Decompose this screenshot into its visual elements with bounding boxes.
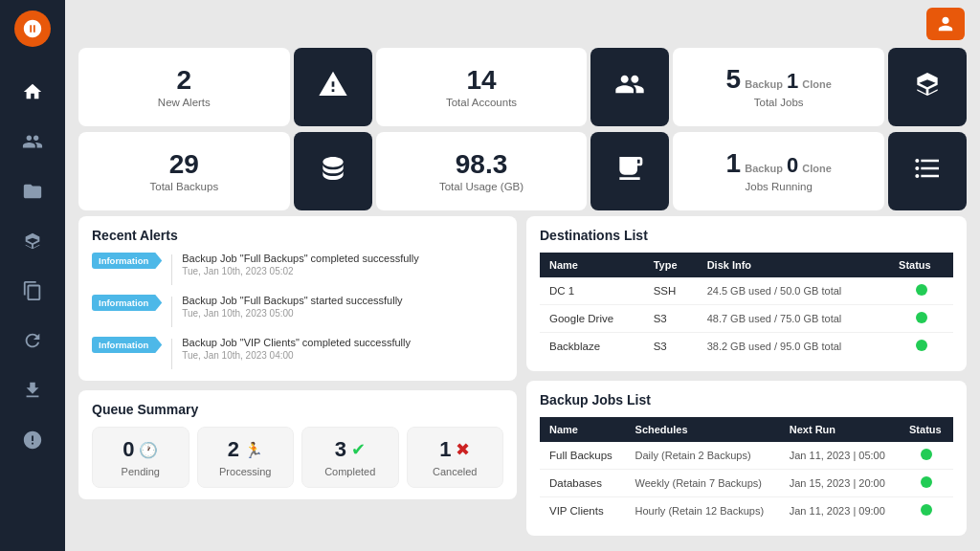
database-icon xyxy=(318,153,348,190)
user-button[interactable] xyxy=(926,8,965,40)
recent-alerts-title: Recent Alerts xyxy=(92,228,503,243)
dest-row-0: DC 1 SSH 24.5 GB used / 50.0 GB total xyxy=(540,277,953,305)
sidebar-logo[interactable] xyxy=(0,0,65,57)
recent-alerts-card: Recent Alerts Information Backup Job "Fu… xyxy=(78,216,517,381)
alert-message-1: Backup Job "Full Backups" started succes… xyxy=(182,295,402,306)
job-cell-status-1 xyxy=(900,470,953,497)
cancel-icon: ✖ xyxy=(456,439,470,460)
dest-cell-name-2: Backblaze xyxy=(540,333,644,361)
alert-item-1: Information Backup Job "Full Backups" st… xyxy=(92,295,503,327)
main-content: 2 New Alerts 14 Total Accounts 5 Backup … xyxy=(65,0,980,551)
stat-total-accounts: 14 Total Accounts xyxy=(376,48,588,126)
job-cell-name-1: Databases xyxy=(540,470,626,497)
dest-cell-status-2 xyxy=(889,333,953,361)
queue-canceled-top: 1 ✖ xyxy=(439,437,470,462)
sidebar-item-refresh[interactable] xyxy=(0,316,65,365)
stat-total-accounts-icon xyxy=(590,48,669,126)
jobs-running-backup-value: 1 xyxy=(726,150,742,177)
dest-cell-type-2: S3 xyxy=(644,333,698,361)
content-area: Recent Alerts Information Backup Job "Fu… xyxy=(65,216,980,551)
total-accounts-label: Total Accounts xyxy=(446,97,517,108)
dest-col-status: Status xyxy=(889,253,953,277)
alert-time-0: Tue, Jan 10th, 2023 05:02 xyxy=(182,266,418,276)
sidebar-item-alert[interactable] xyxy=(0,415,65,465)
accounts-icon xyxy=(614,69,645,106)
alert-content-1: Backup Job "Full Backups" started succes… xyxy=(182,295,402,319)
destinations-table: Name Type Disk Info Status DC 1 SSH 24.5… xyxy=(540,253,953,360)
new-alerts-label: New Alerts xyxy=(158,97,211,108)
sidebar xyxy=(0,0,65,551)
job-cell-nextrun-0: Jan 11, 2023 | 05:00 xyxy=(780,442,900,470)
checklist-icon xyxy=(912,153,943,190)
backup-jobs-table-wrap: Name Schedules Next Run Status Full Back… xyxy=(540,417,953,524)
sidebar-item-folder[interactable] xyxy=(0,166,65,216)
dest-col-name: Name xyxy=(540,253,644,277)
alert-divider-0 xyxy=(171,254,172,285)
sidebar-item-copy[interactable] xyxy=(0,266,65,316)
sidebar-item-download[interactable] xyxy=(0,365,65,415)
right-panel: Destinations List Name Type Disk Info St… xyxy=(526,216,967,541)
job-cell-schedule-0: Daily (Retain 2 Backups) xyxy=(626,442,780,470)
queue-summary-card: Queue Summary 0 🕐 Pending 2 🏃 xyxy=(78,390,517,499)
stat-total-backups: 29 Total Backups xyxy=(78,132,290,210)
stat-total-usage-icon xyxy=(590,132,669,210)
total-usage-label: Total Usage (GB) xyxy=(439,181,523,192)
left-panel: Recent Alerts Information Backup Job "Fu… xyxy=(78,216,517,541)
stat-total-jobs-icon xyxy=(888,48,967,126)
queue-grid: 0 🕐 Pending 2 🏃 Processing xyxy=(92,427,503,488)
alert-divider-1 xyxy=(171,297,172,327)
dest-cell-status-0 xyxy=(889,277,953,305)
total-jobs-backup-value: 5 xyxy=(726,66,742,93)
total-jobs-clone-value: 1 xyxy=(787,69,798,94)
destinations-header-row: Name Type Disk Info Status xyxy=(540,253,953,277)
stat-total-jobs: 5 Backup 1 Clone Total Jobs xyxy=(673,48,884,126)
queue-processing-label: Processing xyxy=(219,466,271,477)
jobs-running-backup-label: Backup xyxy=(745,163,783,174)
alert-time-1: Tue, Jan 10th, 2023 05:00 xyxy=(182,308,402,319)
sidebar-item-home[interactable] xyxy=(0,67,65,117)
total-jobs-clone-label: Clone xyxy=(802,78,832,90)
sidebar-nav xyxy=(0,57,65,551)
queue-summary-title: Queue Summary xyxy=(92,402,503,417)
dest-cell-disk-2: 38.2 GB used / 95.0 GB total xyxy=(698,333,889,361)
stat-new-alerts-icon xyxy=(294,48,372,126)
queue-processing: 2 🏃 Processing xyxy=(197,427,295,488)
total-accounts-value: 14 xyxy=(466,67,496,94)
status-dot-1 xyxy=(916,312,927,323)
jobs-col-status: Status xyxy=(900,417,953,442)
dest-row-1: Google Drive S3 48.7 GB used / 75.0 GB t… xyxy=(540,305,953,333)
job-cell-nextrun-2: Jan 11, 2023 | 09:00 xyxy=(780,497,900,525)
warning-icon xyxy=(318,69,348,106)
check-icon: ✔ xyxy=(351,439,366,460)
queue-pending-value: 0 xyxy=(122,437,134,462)
job-status-dot-1 xyxy=(921,476,932,488)
jobs-col-schedules: Schedules xyxy=(626,417,780,442)
destinations-table-wrap: Name Type Disk Info Status DC 1 SSH 24.5… xyxy=(540,253,953,360)
jobs-col-nextrun: Next Run xyxy=(780,417,900,442)
backup-jobs-title: Backup Jobs List xyxy=(540,392,953,408)
new-alerts-value: 2 xyxy=(177,67,192,94)
backup-jobs-table: Name Schedules Next Run Status Full Back… xyxy=(540,417,953,524)
stat-new-alerts: 2 New Alerts xyxy=(78,48,290,126)
dest-cell-type-0: SSH xyxy=(644,277,698,305)
jobs-running-label: Jobs Running xyxy=(746,181,813,192)
stats-row-1: 2 New Alerts 14 Total Accounts 5 Backup … xyxy=(65,48,980,132)
total-jobs-values: 5 Backup 1 Clone xyxy=(726,66,832,94)
logo-icon xyxy=(14,11,51,47)
queue-pending: 0 🕐 Pending xyxy=(92,427,189,488)
alert-content-2: Backup Job "VIP Clients" completed succe… xyxy=(182,337,411,361)
alert-content-0: Backup Job "Full Backups" completed succ… xyxy=(182,253,418,276)
sidebar-item-users[interactable] xyxy=(0,117,65,166)
queue-canceled-value: 1 xyxy=(439,437,451,462)
backup-jobs-card: Backup Jobs List Name Schedules Next Run… xyxy=(526,381,967,536)
job-row-2: VIP Clients Hourly (Retain 12 Backups) J… xyxy=(540,497,953,525)
server-icon xyxy=(614,153,645,190)
job-cell-name-0: Full Backups xyxy=(540,442,626,470)
alert-badge-2: Information xyxy=(92,337,162,353)
jobs-col-name: Name xyxy=(540,417,626,442)
sidebar-item-boxes[interactable] xyxy=(0,216,65,266)
job-status-dot-2 xyxy=(921,504,932,516)
backup-jobs-header-row: Name Schedules Next Run Status xyxy=(540,417,953,442)
total-backups-value: 29 xyxy=(169,151,199,178)
dest-cell-disk-1: 48.7 GB used / 75.0 GB total xyxy=(698,305,889,333)
